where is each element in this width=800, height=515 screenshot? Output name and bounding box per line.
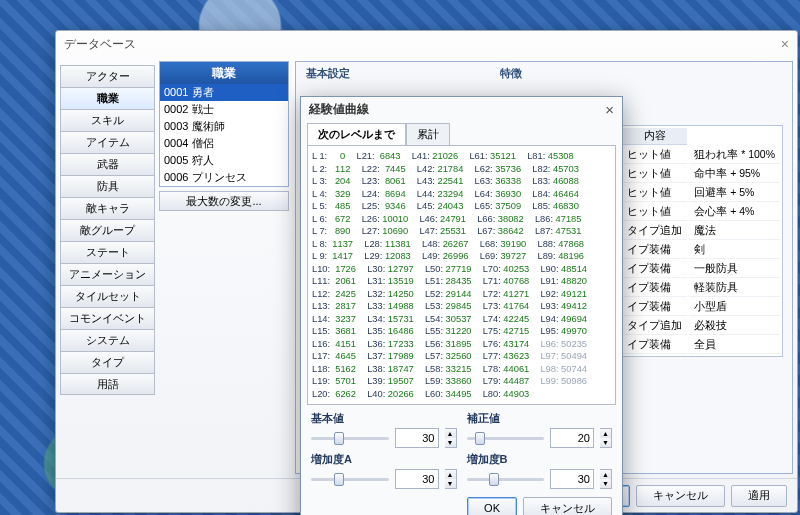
chevron-down-icon[interactable]: ▼	[445, 438, 456, 447]
cancel-button[interactable]: キャンセル	[636, 485, 725, 507]
accB-label: 増加度B	[467, 452, 613, 467]
trait-row[interactable]: タイプ追加必殺技	[622, 318, 780, 335]
class-list-header: 職業	[160, 62, 288, 84]
base-input[interactable]	[395, 428, 439, 448]
category-tab-4[interactable]: 武器	[60, 153, 155, 175]
exp-table: L 1: 0 L21: 6843 L41: 21026 L61: 35121 L…	[307, 145, 616, 405]
close-icon[interactable]: ×	[781, 31, 789, 57]
exp-curve-dialog: 経験値曲線 × 次のレベルまで 累計 L 1: 0 L21: 6843 L41:…	[300, 96, 623, 515]
corr-input[interactable]	[550, 428, 594, 448]
corr-label: 補正値	[467, 411, 613, 426]
trait-row[interactable]: ヒット値回避率 + 5%	[622, 185, 780, 202]
chevron-up-icon[interactable]: ▲	[600, 429, 611, 438]
class-list[interactable]: 0001 勇者0002 戦士0003 魔術師0004 僧侶0005 狩人0006…	[160, 84, 288, 186]
accA-label: 増加度A	[311, 452, 457, 467]
class-row[interactable]: 0006 プリンセス	[160, 169, 288, 186]
base-label: 基本値	[311, 411, 457, 426]
category-tab-5[interactable]: 防具	[60, 175, 155, 197]
trait-row[interactable]: イプ装備剣	[622, 242, 780, 259]
corr-spinner[interactable]: ▲▼	[600, 428, 612, 448]
category-tab-3[interactable]: アイテム	[60, 131, 155, 153]
corr-slider[interactable]	[467, 429, 545, 447]
trait-row[interactable]: イプ装備全員	[622, 337, 780, 354]
chevron-down-icon[interactable]: ▼	[445, 479, 456, 488]
category-tab-2[interactable]: スキル	[60, 109, 155, 131]
category-tab-8[interactable]: ステート	[60, 241, 155, 263]
category-tab-11[interactable]: コモンイベント	[60, 307, 155, 329]
category-tab-12[interactable]: システム	[60, 329, 155, 351]
accA-spinner[interactable]: ▲▼	[445, 469, 457, 489]
chevron-up-icon[interactable]: ▲	[445, 429, 456, 438]
accB-input[interactable]	[550, 469, 594, 489]
trait-row[interactable]: ヒット値会心率 + 4%	[622, 204, 780, 221]
category-tab-0[interactable]: アクター	[60, 65, 155, 87]
chevron-down-icon[interactable]: ▼	[600, 479, 611, 488]
change-max-button[interactable]: 最大数の変更...	[159, 191, 289, 211]
class-row[interactable]: 0004 僧侶	[160, 135, 288, 152]
accB-spinner[interactable]: ▲▼	[600, 469, 612, 489]
class-row[interactable]: 0005 狩人	[160, 152, 288, 169]
trait-row[interactable]: イプ装備小型盾	[622, 299, 780, 316]
trait-row[interactable]: イプ装備軽装防具	[622, 280, 780, 297]
section-basic-label: 基本設定	[306, 66, 350, 81]
dialog-close-icon[interactable]: ×	[605, 101, 614, 118]
class-list-panel: 職業 0001 勇者0002 戦士0003 魔術師0004 僧侶0005 狩人0…	[159, 61, 289, 187]
dialog-ok-button[interactable]: OK	[467, 497, 517, 515]
apply-button[interactable]: 適用	[731, 485, 787, 507]
trait-row[interactable]: タイプ追加魔法	[622, 223, 780, 240]
trait-row[interactable]: イプ装備一般防具	[622, 261, 780, 278]
dialog-cancel-button[interactable]: キャンセル	[523, 497, 612, 515]
traits-table[interactable]: タイプ 内容 ヒット値狙われ率 * 100%ヒット値命中率 + 95%ヒット値回…	[619, 125, 783, 357]
category-tab-13[interactable]: タイプ	[60, 351, 155, 373]
accB-slider[interactable]	[467, 470, 545, 488]
class-row[interactable]: 0003 魔術師	[160, 118, 288, 135]
trait-row[interactable]: ヒット値命中率 + 95%	[622, 166, 780, 183]
trait-row[interactable]: ヒット値狙われ率 * 100%	[622, 147, 780, 164]
base-slider[interactable]	[311, 429, 389, 447]
class-row[interactable]: 0001 勇者	[160, 84, 288, 101]
category-tab-6[interactable]: 敵キャラ	[60, 197, 155, 219]
traits-col-content: 内容	[622, 128, 687, 145]
chevron-up-icon[interactable]: ▲	[600, 470, 611, 479]
chevron-up-icon[interactable]: ▲	[445, 470, 456, 479]
accA-slider[interactable]	[311, 470, 389, 488]
category-tabs: アクター職業スキルアイテム武器防具敵キャラ敵グループステートアニメーションタイル…	[60, 61, 155, 474]
class-row[interactable]: 0002 戦士	[160, 101, 288, 118]
tab-next-level[interactable]: 次のレベルまで	[307, 123, 406, 145]
category-tab-10[interactable]: タイルセット	[60, 285, 155, 307]
category-tab-9[interactable]: アニメーション	[60, 263, 155, 285]
chevron-down-icon[interactable]: ▼	[600, 438, 611, 447]
base-spinner[interactable]: ▲▼	[445, 428, 457, 448]
dialog-title: 経験値曲線	[309, 101, 369, 118]
category-tab-14[interactable]: 用語	[60, 373, 155, 395]
window-titlebar: データベース ×	[56, 31, 797, 57]
tab-total[interactable]: 累計	[406, 123, 450, 145]
accA-input[interactable]	[395, 469, 439, 489]
category-tab-1[interactable]: 職業	[60, 87, 155, 109]
category-tab-7[interactable]: 敵グループ	[60, 219, 155, 241]
section-traits-label: 特徴	[500, 66, 522, 81]
window-title: データベース	[64, 31, 136, 57]
